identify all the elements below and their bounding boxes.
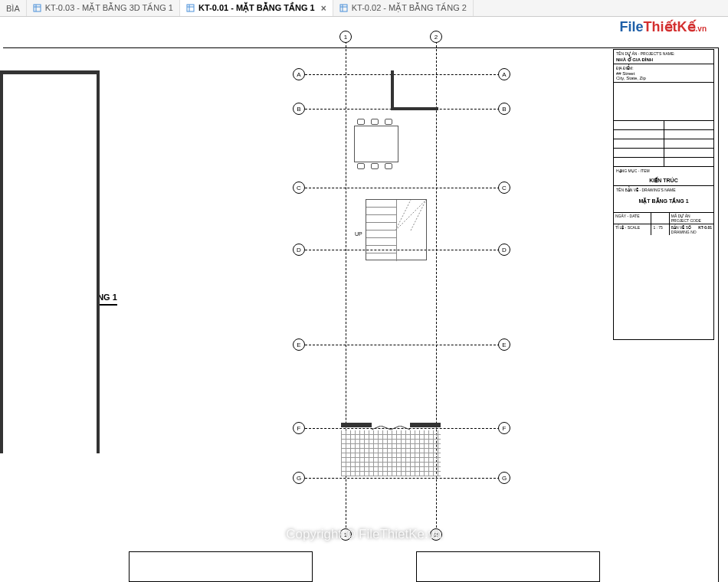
grid-bubble-d-r: D <box>498 244 510 256</box>
item-value: KIẾN TRÚC <box>616 178 711 184</box>
drawing-canvas[interactable]: TÊN DỰ ÁN - PROJECT'S NAME: NHÀ Ở GIA ĐÌ… <box>0 17 728 582</box>
grid-bubble-b-l: B <box>293 103 305 115</box>
grid-line-a <box>305 74 500 75</box>
drawing-name: MẶT BẰNG TẦNG 1 <box>616 198 711 204</box>
floorplan-wall <box>410 423 441 427</box>
sheet-icon <box>186 4 195 13</box>
sheet-icon <box>33 4 42 13</box>
svg-rect-6 <box>340 5 347 11</box>
scale-value: 1 : 75 <box>653 225 663 230</box>
grid-bubble-c-l: C <box>293 181 305 194</box>
floorplan-walls <box>0 70 100 453</box>
grid-bubble-e-l: E <box>293 338 305 351</box>
entry-area <box>341 430 441 476</box>
door-opening <box>372 423 410 430</box>
date-label: NGÀY - DATE <box>615 214 640 218</box>
grid-bubble-g-r: G <box>498 472 510 484</box>
tab-bar: BÌA KT-0.03 - MẶT BẰNG 3D TẦNG 1 KT-0.01… <box>0 0 728 17</box>
tab-label: BÌA <box>6 4 20 13</box>
close-icon[interactable]: × <box>321 3 326 14</box>
dining-table <box>354 126 398 162</box>
grid-bubble-f-r: F <box>498 422 510 434</box>
svg-rect-0 <box>34 5 41 11</box>
tab-label: KT-0.03 - MẶT BẰNG 3D TẦNG 1 <box>45 3 173 13</box>
sheet-border <box>3 47 719 48</box>
grid-bubble-a-r: A <box>498 68 510 80</box>
grid-bubble-d-l: D <box>293 244 305 256</box>
tab-bia[interactable]: BÌA <box>0 0 27 16</box>
svg-line-11 <box>411 200 426 231</box>
grid-bubble-1-top: 1 <box>339 31 352 43</box>
drawing-label: TÊN BẢN VẼ - DRAWING'S NAME <box>616 188 711 192</box>
project-label: TÊN DỰ ÁN - PROJECT'S NAME: <box>616 51 711 56</box>
dwgno-value: KT-0.01 <box>698 225 712 234</box>
grid-line-e <box>305 345 500 345</box>
dwgno-label: BẢN VẼ SỐ DRAWING NO <box>671 225 697 234</box>
grid-bubble-2-top: 2 <box>430 31 442 43</box>
tab-kt001[interactable]: KT-0.01 - MẶT BẰNG TẦNG 1 × <box>180 0 333 16</box>
svg-line-9 <box>395 200 426 231</box>
tab-kt002[interactable]: KT-0.02 - MẶT BẰNG TẦNG 2 <box>333 0 474 16</box>
grid-bubble-f-l: F <box>293 422 305 434</box>
tab-label: KT-0.02 - MẶT BẰNG TẦNG 2 <box>352 3 467 13</box>
stairs <box>366 199 427 260</box>
tab-label: KT-0.01 - MẶT BẰNG TẦNG 1 <box>198 3 315 13</box>
floorplan-wall <box>0 70 100 74</box>
grid-line-g <box>305 478 500 479</box>
floorplan-wall <box>341 423 372 427</box>
scale-label: TỈ LỆ - SCALE <box>615 225 640 230</box>
projcode-label: MÃ DỰ ÁN PROJECT CODE <box>670 213 713 224</box>
watermark-logo: FileThiếtKế.vn <box>620 18 707 35</box>
sheet-border <box>718 47 719 582</box>
floorplan-wall <box>391 107 438 110</box>
grid-line-c <box>305 188 500 188</box>
grid-bubble-g-l: G <box>293 472 305 484</box>
svg-rect-3 <box>187 5 194 11</box>
svg-line-10 <box>395 200 411 231</box>
grid-bubble-b-r: B <box>498 103 510 115</box>
floorplan-wall <box>391 70 394 110</box>
sheet-icon <box>339 4 349 13</box>
location-value: ## Street City, State, Zip <box>616 71 711 80</box>
grid-bubble-a-l: A <box>293 68 305 80</box>
grid-bubble-c-r: C <box>498 181 510 194</box>
adjacent-blocks <box>0 544 728 582</box>
project-name: NHÀ Ở GIA ĐÌNH <box>616 57 711 62</box>
grid-bubble-e-r: E <box>498 338 510 351</box>
copyright-watermark: Copyright © FileThietKe.vn <box>286 527 441 542</box>
stair-up-label: UP <box>355 231 362 237</box>
item-label: HẠNG MỤC - ITEM <box>616 168 711 173</box>
location-label: ĐỊA ĐIỂM: <box>616 66 711 70</box>
tab-kt003[interactable]: KT-0.03 - MẶT BẰNG 3D TẦNG 1 <box>27 0 180 16</box>
title-block: TÊN DỰ ÁN - PROJECT'S NAME: NHÀ Ở GIA ĐÌ… <box>613 49 714 340</box>
